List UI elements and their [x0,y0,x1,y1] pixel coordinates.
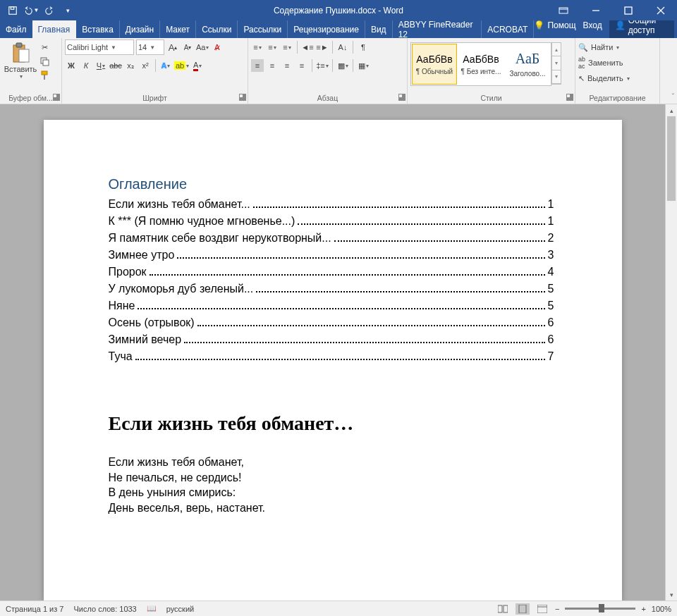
tab-finereader[interactable]: ABBYY FineReader 12 [393,20,482,38]
document-surface[interactable]: Оглавление Если жизнь тебя обманет...1К … [0,104,665,600]
cut-button[interactable]: ✂ [38,41,51,54]
style-normal[interactable]: АаБбВв¶ Обычный [412,44,457,85]
toc-page: 7 [548,350,554,363]
tab-layout[interactable]: Макет [160,20,196,38]
paste-button[interactable]: Вставить▾ [3,39,38,82]
group-clipboard: Вставить▾ ✂ Буфер обм... [0,38,62,104]
replace-button[interactable]: abacЗаменить [578,55,657,70]
read-mode-button[interactable] [496,603,510,615]
svg-rect-2 [559,8,568,13]
web-layout-button[interactable] [535,603,549,615]
close-button[interactable] [645,0,677,20]
shrink-font-button[interactable]: A▾ [181,41,194,54]
toc-item[interactable]: Няне5 [109,300,554,312]
toc-item[interactable]: Пророк4 [109,266,554,278]
toc-text: У лукоморья дуб зеленый... [109,283,254,295]
change-case-button[interactable]: Aa▾ [196,41,209,54]
select-button[interactable]: ↖Выделить▾ [578,70,657,86]
justify-button[interactable]: ≡ [295,59,308,72]
collapse-ribbon-button[interactable]: ˇ [672,93,674,101]
page-status[interactable]: Страница 1 из 7 [6,605,63,613]
bullets-button[interactable]: ≡▾ [251,41,264,54]
zoom-in-button[interactable]: + [641,605,645,613]
paragraph-dialog-launcher[interactable] [398,94,405,101]
sign-in[interactable]: Вход [583,20,602,30]
quick-access-toolbar: ▼ ▾ [0,2,76,19]
highlight-button[interactable]: ab▾ [174,59,189,72]
undo-button[interactable]: ▼ [23,2,39,19]
word-count[interactable]: Число слов: 1033 [73,605,136,613]
tab-design[interactable]: Дизайн [120,20,160,38]
bold-button[interactable]: Ж [65,59,78,72]
align-right-button[interactable]: ≡ [281,59,293,72]
tell-me[interactable]: 💡Помощ [534,20,575,30]
italic-button[interactable]: К [80,59,92,72]
sort-button[interactable]: A↓ [336,41,349,54]
subscript-button[interactable]: x₂ [124,59,137,72]
save-button[interactable] [4,2,21,19]
font-dialog-launcher[interactable] [239,94,246,101]
align-left-button[interactable]: ≡ [251,59,264,72]
scroll-up-button[interactable]: ▴ [666,104,677,116]
toc-item[interactable]: К *** (Я помню чудное мгновенье...)1 [109,215,554,228]
tab-file[interactable]: Файл [0,20,32,38]
clipboard-dialog-launcher[interactable] [53,94,60,101]
toc-item[interactable]: У лукоморья дуб зеленый...5 [109,283,554,295]
zoom-slider[interactable] [565,608,635,610]
shading-button[interactable]: ▩▾ [336,59,349,72]
text-effects-button[interactable]: A▾ [159,59,172,72]
minimize-button[interactable] [580,0,612,20]
multilevel-button[interactable]: ≡▾ [281,41,293,54]
toc-item[interactable]: Зимний вечер6 [109,333,554,346]
styles-gallery[interactable]: АаБбВв¶ Обычный АаБбВв¶ Без инте... АаБЗ… [410,42,551,86]
tab-home[interactable]: Главная [32,20,77,38]
toc-item[interactable]: Осень (отрывок)6 [109,316,554,329]
align-center-button[interactable]: ≡ [266,59,279,72]
decrease-indent-button[interactable]: ◄≡ [301,41,314,54]
toc-item[interactable]: Туча7 [109,350,554,363]
superscript-button[interactable]: x² [139,59,152,72]
tab-acrobat[interactable]: ACROBAT [482,20,534,38]
page[interactable]: Оглавление Если жизнь тебя обманет...1К … [44,120,622,600]
toc-item[interactable]: Я памятник себе воздвиг нерукотворный...… [109,232,554,245]
underline-button[interactable]: Ч▾ [94,59,107,72]
styles-gallery-scroll[interactable]: ▴▾▾ [551,42,561,85]
ribbon-display-button[interactable] [547,0,580,20]
style-no-spacing[interactable]: АаБбВв¶ Без инте... [458,44,504,85]
tab-mailings[interactable]: Рассылки [238,20,288,38]
grow-font-button[interactable]: A▴ [166,41,179,54]
maximize-button[interactable] [612,0,645,20]
font-color-button[interactable]: A▾ [191,59,204,72]
qat-customize[interactable]: ▾ [59,2,76,19]
redo-button[interactable] [41,2,58,19]
increase-indent-button[interactable]: ≡► [316,41,329,54]
scroll-down-button[interactable]: ▾ [666,589,677,600]
toc-item[interactable]: Зимнее утро3 [109,249,554,261]
copy-button[interactable] [38,55,51,68]
language-status[interactable]: русский [166,605,194,613]
clear-formatting-button[interactable]: A̷ [211,41,224,54]
find-button[interactable]: 🔍Найти▾ [578,39,657,55]
tab-insert[interactable]: Вставка [76,20,120,38]
print-layout-button[interactable] [516,603,530,615]
line-spacing-button[interactable]: ‡≡▾ [316,59,329,72]
zoom-out-button[interactable]: − [555,605,559,613]
style-heading1[interactable]: АаБЗаголово... [505,44,550,85]
styles-dialog-launcher[interactable] [566,94,573,101]
toc-item[interactable]: Если жизнь тебя обманет...1 [109,198,554,211]
tab-review[interactable]: Рецензирование [288,20,365,38]
format-painter-button[interactable] [38,69,51,82]
zoom-level[interactable]: 100% [652,605,671,613]
tab-view[interactable]: Вид [365,20,393,38]
vertical-scrollbar[interactable]: ▴ ▾ [665,104,677,600]
strikethrough-button[interactable]: abc [109,59,122,72]
show-marks-button[interactable]: ¶ [357,41,370,54]
toc-page: 3 [548,249,554,261]
borders-button[interactable]: ▦▾ [357,59,370,72]
tab-references[interactable]: Ссылки [196,20,238,38]
scroll-thumb[interactable] [667,116,676,201]
proofing-icon[interactable]: 📖 [147,604,157,613]
font-name-combo[interactable]: Calibri Light▼ [65,39,134,55]
font-size-combo[interactable]: 14▼ [136,39,164,55]
numbering-button[interactable]: ≡▾ [266,41,279,54]
